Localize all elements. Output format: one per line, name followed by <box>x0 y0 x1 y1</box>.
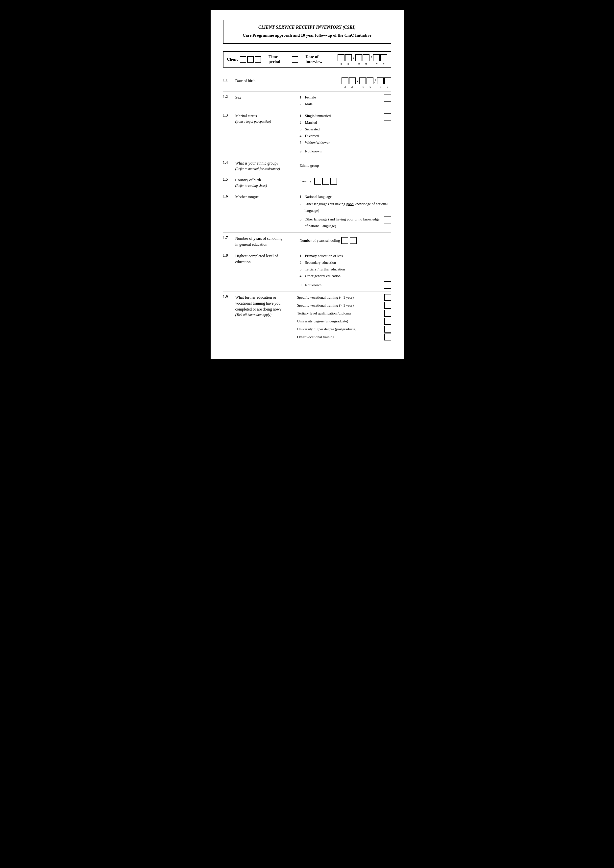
training-label-6: Other vocational training <box>297 334 382 341</box>
marital-answer-box[interactable] <box>384 113 391 121</box>
dob-m1[interactable] <box>359 78 366 84</box>
country-box-1[interactable] <box>314 178 321 184</box>
page: CLIENT SERVICE RECEIPT INVENTORY (CSRI) … <box>211 10 404 359</box>
top-bar: Client Time period Date of interview / / <box>223 51 391 68</box>
dob-sep1: / <box>357 79 358 84</box>
row-1-9-content: Specific vocational training (< 1 year) … <box>297 294 391 341</box>
row-1-4-num: 1.4 <box>223 160 236 165</box>
row-1-2: 1.2 Sex 1 Female 2 Male <box>223 91 391 110</box>
doi-d2[interactable] <box>345 54 352 61</box>
row-1-7-content: Number of years schooling <box>300 235 391 244</box>
training-row-4: University degree (undergraduate) <box>297 318 391 325</box>
years-box-2[interactable] <box>350 237 357 244</box>
marital-option-1: 1 Single/unmarried <box>300 113 384 119</box>
dob-label-d2: d <box>349 85 355 88</box>
country-label: Country <box>300 178 312 184</box>
client-box-3[interactable] <box>255 56 261 63</box>
doi-d1[interactable] <box>338 54 344 61</box>
row-1-4-content: Ethnic group <box>300 160 391 169</box>
marital-option-3: 3 Separated <box>300 126 384 133</box>
doi-y1[interactable] <box>373 54 380 61</box>
row-1-2-num: 1.2 <box>223 94 236 99</box>
row-1-8-num: 1.8 <box>223 253 236 257</box>
row-1-4: 1.4 What is your ethnic group? (Refer to… <box>223 157 391 174</box>
row-1-5-content: Country <box>300 177 391 184</box>
training-label-1: Specific vocational training (< 1 year) <box>297 294 382 301</box>
underline-good: good <box>346 202 354 206</box>
marital-option-5: 5 Widow/widower <box>300 139 384 146</box>
doi-y2[interactable] <box>380 54 387 61</box>
dob-label-m2: m <box>366 85 373 88</box>
country-row: Country <box>300 177 391 184</box>
doi-label-y1: y <box>373 62 380 65</box>
mother-option-3-row: 3 Other language (and having poor or no … <box>300 216 391 230</box>
row-1-1: 1.1 Date of birth / / d <box>223 75 391 91</box>
dob-d2[interactable] <box>349 78 356 84</box>
country-box-2[interactable] <box>322 178 329 184</box>
doi-sep2: / <box>371 56 372 61</box>
row-1-6-num: 1.6 <box>223 194 236 198</box>
header-subtitle: Care Programme approach and 10 year foll… <box>231 33 383 38</box>
row-1-8-content: 1 Primary education or less 2 Secondary … <box>300 253 391 289</box>
underline-further: further <box>245 295 256 299</box>
edu-answer-box[interactable] <box>384 281 391 289</box>
dob-d1[interactable] <box>341 78 349 84</box>
edu-option-2: 2 Secondary education <box>300 259 391 266</box>
doi-label-d2: d <box>344 62 351 65</box>
training-box-4[interactable] <box>385 318 391 325</box>
doi-m1[interactable] <box>355 54 362 61</box>
mother-option-1: 1 National language <box>300 194 391 200</box>
row-1-8-label: Highest completed level of education <box>236 253 300 265</box>
country-box-3[interactable] <box>330 178 337 184</box>
dob-y2[interactable] <box>385 78 391 84</box>
mother-answer-box[interactable] <box>384 216 391 223</box>
years-box-1[interactable] <box>341 237 348 244</box>
training-label-2: Specific vocational training (> 1 year) <box>297 302 382 309</box>
training-box-1[interactable] <box>385 294 391 301</box>
training-box-2[interactable] <box>385 302 391 309</box>
dob-label-d1: d <box>341 85 349 88</box>
row-1-3: 1.3 Marital status (from a legal perspec… <box>223 110 391 157</box>
row-1-6-content: 1 National language 2 Other language (bu… <box>300 194 391 230</box>
underline-poor: poor <box>347 217 354 221</box>
training-box-6[interactable] <box>385 333 391 341</box>
row-1-7-num: 1.7 <box>223 235 236 240</box>
marital-option-2: 2 Married <box>300 119 384 126</box>
time-period-label: Time period <box>268 54 290 64</box>
underline-general: general <box>239 242 251 246</box>
doi-label-m2: m <box>362 62 369 65</box>
sex-answer-box[interactable] <box>384 95 391 102</box>
doi-label-d1: d <box>338 62 344 65</box>
training-box-5[interactable] <box>385 326 391 333</box>
row-1-6-label: Mother tongue <box>236 194 300 200</box>
years-answer: Number of years schooling <box>300 235 391 244</box>
form-section: 1.1 Date of birth / / d <box>223 75 391 344</box>
row-1-3-label: Marital status (from a legal perspective… <box>236 113 300 124</box>
dob-sep2: / <box>374 79 376 84</box>
sex-option-2: 2 Male <box>300 101 384 107</box>
sex-option-1: 1 Female <box>300 94 384 101</box>
client-box-1[interactable] <box>240 56 246 63</box>
time-period-box-1[interactable] <box>292 56 298 63</box>
mother-option-2: 2 Other language (but having good knowle… <box>300 201 391 214</box>
training-row-1: Specific vocational training (< 1 year) <box>297 294 391 301</box>
ethnic-underline[interactable] <box>321 163 371 168</box>
time-period-boxes <box>292 56 298 63</box>
doi-label-m1: m <box>355 62 362 65</box>
dob-date-group: / / <box>341 78 391 84</box>
row-1-3-content: 1 Single/unmarried 2 Married 3 Separated… <box>300 113 384 155</box>
doi-sep1: / <box>353 56 354 61</box>
row-1-5-num: 1.5 <box>223 177 236 181</box>
years-label: Number of years schooling <box>300 237 340 244</box>
row-1-9-num: 1.9 <box>223 294 236 299</box>
training-row-3: Tertiary level qualification /diploma <box>297 310 391 317</box>
training-box-3[interactable] <box>385 310 391 317</box>
edu-option-9-row: 9 Not known <box>300 281 391 289</box>
doi-m2[interactable] <box>363 54 369 61</box>
training-row-5: University higher degree (postgraduate) <box>297 326 391 333</box>
dob-label-m1: m <box>359 85 366 88</box>
dob-y1[interactable] <box>377 78 384 84</box>
row-1-9: 1.9 What further education or vocational… <box>223 291 391 344</box>
client-box-2[interactable] <box>247 56 254 63</box>
dob-m2[interactable] <box>366 78 374 84</box>
